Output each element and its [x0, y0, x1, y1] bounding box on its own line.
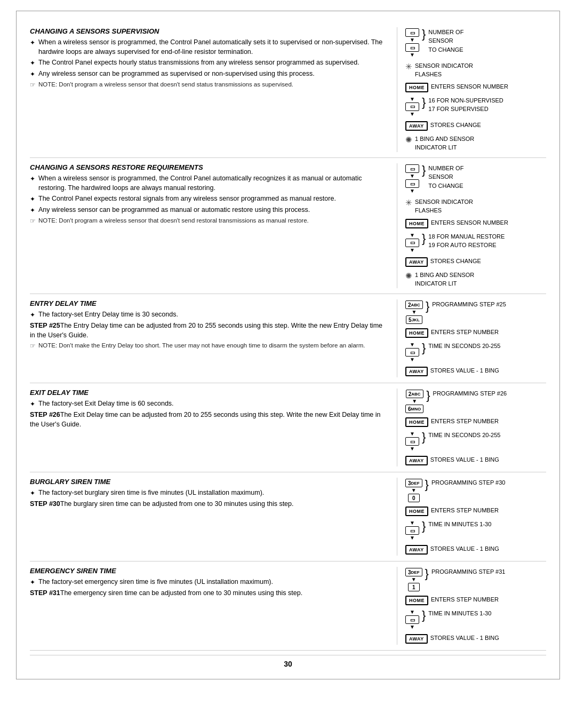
- labels-2: NUMBER OF SENSOR TO CHANGE: [428, 164, 463, 189]
- diamond-icon: ✦: [30, 195, 35, 204]
- section-title-supervision: CHANGING A SENSORS SUPERVISION: [30, 27, 383, 35]
- diamond-icon: ✦: [30, 206, 35, 215]
- panel-away-emergency: AWAY STORES VALUE - 1 BING: [405, 634, 546, 644]
- label-sensor-indicator-2: SENSOR INDICATOR: [415, 198, 473, 205]
- prog-btn-5jkl: 5JKL: [406, 315, 422, 324]
- arrow-r-2: ▼: [410, 357, 415, 362]
- label-to-change-2: TO CHANGE: [428, 182, 463, 189]
- step-label-exit: STEP #26: [30, 411, 60, 418]
- step-text-emergency: STEP #31The emergency siren time can be …: [30, 589, 383, 598]
- label-flashes: FLASHES: [415, 70, 473, 78]
- home-btn-entry[interactable]: HOME: [405, 328, 428, 338]
- arrow-r-3: ▼: [410, 431, 415, 437]
- sun-icon-2: ✳: [405, 198, 412, 208]
- away-btn-1[interactable]: AWAY: [405, 121, 428, 131]
- brace-range-emergency: }: [422, 610, 426, 621]
- away-btn-burglary[interactable]: AWAY: [405, 545, 428, 555]
- home-btn-exit[interactable]: HOME: [405, 417, 428, 427]
- panel-home-1: HOME ENTERS SENSOR NUMBER: [405, 83, 546, 92]
- bullet-1-restore: ✦ When a wireless sensor is programmed, …: [30, 174, 383, 193]
- label-stores-emergency: STORES VALUE - 1 BING: [430, 634, 499, 642]
- num-btn-stack-1: ▼ ▭ ▼: [405, 97, 419, 117]
- step-label-burglary: STEP #30: [30, 500, 60, 508]
- arrow-down-4: ▼: [410, 188, 415, 194]
- away-btn-entry[interactable]: AWAY: [405, 367, 428, 376]
- section-left-supervision: CHANGING A SENSORS SUPERVISION ✦ When a …: [30, 27, 389, 152]
- home-btn-1[interactable]: HOME: [405, 83, 428, 92]
- brace-4: }: [422, 233, 426, 244]
- arrow-prog-1: ▼: [412, 310, 417, 315]
- labels-bing-1: 1 BING AND SENSOR INDICATOR LIT: [415, 135, 474, 152]
- away-btn-2[interactable]: AWAY: [405, 257, 428, 267]
- sun-icon-1: ✳: [405, 62, 412, 72]
- note-icon: ☞: [30, 81, 36, 89]
- brace-range-entry: }: [422, 342, 426, 354]
- label-17-supervised: 17 FOR SUPERVISED: [428, 105, 503, 113]
- brace-prog-exit: }: [426, 390, 430, 401]
- prog-btn-0-burg: 0: [408, 494, 420, 502]
- panel-range-exit: ▼ ▭ ▼ } TIME IN SECONDS 20-255: [405, 431, 546, 452]
- bullet-1-emergency: ✦ The factory-set emergency siren time i…: [30, 577, 383, 587]
- panel-sensor-indicator-2: ✳ SENSOR INDICATOR FLASHES: [405, 198, 546, 215]
- step-text-burglary: STEP #30The burglary siren time can be a…: [30, 500, 383, 509]
- brace-range-exit: }: [422, 431, 426, 443]
- label-prog-entry: PROGRAMMING STEP #25: [432, 300, 506, 308]
- arrow-r-1: ▼: [410, 342, 415, 347]
- label-indicator-lit-2: INDICATOR LIT: [415, 280, 474, 287]
- section-right-emergency: 3DEF ▼ 1 } PROGRAMMING STEP #31 HOME ENT…: [397, 567, 546, 645]
- sensor-btn-top-2: ▭: [405, 164, 419, 173]
- arrow-prog-emerg-1: ▼: [411, 577, 417, 582]
- step-text-exit: STEP #26The Exit Delay time can be adjus…: [30, 410, 383, 429]
- diamond-icon: ✦: [30, 175, 35, 184]
- panel-range-entry: ▼ ▭ ▼ } TIME IN SECONDS 20-255: [405, 342, 546, 362]
- brace-2: }: [422, 97, 426, 108]
- prog-btn-2abc: 2ABC: [405, 300, 423, 309]
- panel-away-burglary: AWAY STORES VALUE - 1 BING: [405, 545, 546, 555]
- arrow-down-2: ▼: [410, 52, 415, 58]
- prog-btn-stack-entry: 2ABC ▼ 5JKL: [405, 300, 423, 324]
- away-btn-emergency[interactable]: AWAY: [405, 634, 428, 644]
- note-entry: ☞ NOTE: Don't make the Entry Delay too s…: [30, 342, 383, 350]
- note-supervision: ☞ NOTE: Don't program a wireless sensor …: [30, 81, 383, 89]
- num-btn-stack-2: ▼ ▭ ▼: [405, 233, 419, 253]
- panel-bing-1: ✺ 1 BING AND SENSOR INDICATOR LIT: [405, 135, 546, 152]
- prog-btn-2abc-exit: 2ABC: [406, 390, 423, 398]
- arrow-r-8: ▼: [410, 624, 415, 630]
- prog-btn-3def-emerg: 3DEF: [405, 568, 422, 576]
- label-stores-burglary: STORES VALUE - 1 BING: [430, 545, 499, 552]
- panel-bing-2: ✺ 1 BING AND SENSOR INDICATOR LIT: [405, 271, 546, 288]
- brace-3: }: [422, 164, 426, 176]
- range-btn-exit: ▭: [405, 437, 419, 446]
- home-btn-emergency[interactable]: HOME: [405, 596, 428, 605]
- home-btn-burglary[interactable]: HOME: [405, 507, 428, 516]
- label-prog-exit: PROGRAMMING STEP #26: [433, 390, 507, 397]
- panel-sensor-group-2: ▭ ▼ ▭ ▼ } NUMBER OF SENSOR TO CHANGE: [405, 164, 546, 194]
- arrow-prog-exit-1: ▼: [412, 399, 417, 404]
- label-number-of-2: NUMBER OF: [428, 164, 463, 172]
- home-btn-2[interactable]: HOME: [405, 219, 428, 228]
- label-1-bing-1: 1 BING AND SENSOR: [415, 135, 474, 143]
- step-label-emergency: STEP #31: [30, 589, 60, 597]
- bullet-2-supervision: ✦ The Control Panel expects hourly statu…: [30, 58, 383, 68]
- section-title-restore: CHANGING A SENSORS RESTORE REQUIREMENTS: [30, 163, 383, 171]
- panel-home-entry: HOME ENTERS STEP NUMBER: [405, 328, 546, 338]
- panel-prog-entry: 2ABC ▼ 5JKL } PROGRAMMING STEP #25: [405, 300, 546, 324]
- bullet-3-restore: ✦ Any wireless sensor can be programmed …: [30, 205, 383, 215]
- labels-bing-2: 1 BING AND SENSOR INDICATOR LIT: [415, 271, 474, 288]
- arrow-r-6: ▼: [410, 535, 415, 541]
- label-enters-step-burglary: ENTERS STEP NUMBER: [431, 507, 499, 514]
- brace-prog-emergency: }: [425, 568, 429, 580]
- label-prog-burglary: PROGRAMMING STEP #30: [431, 479, 506, 486]
- section-left-emergency: EMERGENCY SIREN TIME ✦ The factory-set e…: [30, 567, 389, 645]
- arrow-prog-burg-1: ▼: [411, 488, 417, 493]
- diamond-icon: ✦: [30, 400, 35, 409]
- prog-btn-1-emerg: 1: [408, 583, 420, 591]
- label-number-of: NUMBER OF: [428, 28, 463, 36]
- bullet-1-burglary: ✦ The factory-set burglary siren time is…: [30, 488, 383, 498]
- brace-prog-burglary: }: [425, 479, 429, 490]
- panel-prog-exit: 2ABC ▼ 6MNO } PROGRAMMING STEP #26: [405, 390, 546, 413]
- away-btn-exit[interactable]: AWAY: [405, 456, 428, 465]
- sun-icon-bing-2: ✺: [405, 271, 412, 281]
- arrow-up-1: ▼: [410, 97, 415, 102]
- label-prog-emergency: PROGRAMMING STEP #31: [431, 568, 506, 575]
